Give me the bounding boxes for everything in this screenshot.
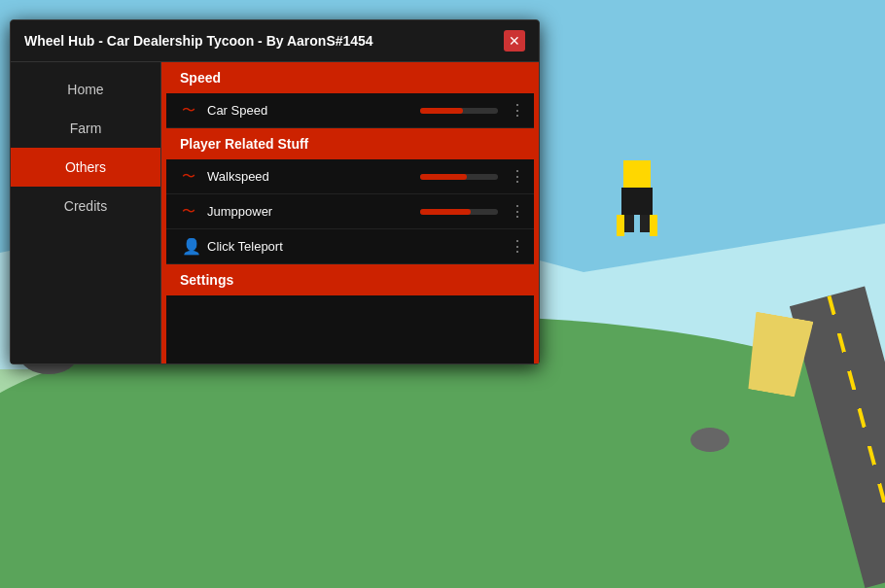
sidebar-item-home[interactable]: Home bbox=[11, 70, 160, 109]
jumppower-row: 〜 Jumppower ⋮ bbox=[166, 194, 539, 229]
chart-icon-car-speed: 〜 bbox=[182, 102, 199, 120]
char-head bbox=[623, 160, 651, 188]
jumppower-slider-fill bbox=[420, 209, 471, 215]
jumppower-menu[interactable]: ⋮ bbox=[506, 202, 529, 221]
car-speed-row: 〜 Car Speed ⋮ bbox=[166, 93, 539, 128]
car-speed-label: Car Speed bbox=[207, 103, 420, 118]
char-arm-left bbox=[617, 215, 624, 236]
settings-section-header: Settings bbox=[166, 264, 539, 295]
car-speed-menu[interactable]: ⋮ bbox=[506, 101, 529, 120]
sidebar-item-farm[interactable]: Farm bbox=[11, 109, 160, 148]
click-teleport-label: Click Teleport bbox=[207, 239, 506, 254]
ui-window: Wheel Hub - Car Dealership Tycoon - By A… bbox=[10, 19, 540, 364]
title-bar: Wheel Hub - Car Dealership Tycoon - By A… bbox=[11, 20, 539, 62]
jumppower-label: Jumppower bbox=[207, 204, 420, 219]
roblox-character bbox=[613, 160, 661, 228]
walkspeed-row: 〜 Walkspeed ⋮ bbox=[166, 159, 539, 194]
click-teleport-menu[interactable]: ⋮ bbox=[506, 237, 529, 256]
jumppower-slider[interactable] bbox=[420, 209, 498, 215]
speed-section-header: Speed bbox=[166, 62, 539, 93]
car-speed-slider[interactable] bbox=[420, 108, 498, 114]
walkspeed-slider-fill bbox=[420, 174, 467, 180]
rock-2 bbox=[690, 428, 729, 452]
walkspeed-slider[interactable] bbox=[420, 174, 498, 180]
char-arm-right bbox=[650, 215, 657, 236]
content-area: Speed 〜 Car Speed ⋮ Player Related Stuff… bbox=[161, 62, 539, 363]
click-teleport-row: 👤 Click Teleport ⋮ bbox=[166, 229, 539, 264]
sidebar: Home Farm Others Credits bbox=[11, 62, 161, 363]
player-related-section-header: Player Related Stuff bbox=[166, 128, 539, 159]
chart-icon-jumppower: 〜 bbox=[182, 203, 199, 221]
walkspeed-label: Walkspeed bbox=[207, 169, 420, 184]
sidebar-item-others[interactable]: Others bbox=[11, 148, 160, 187]
sidebar-item-credits[interactable]: Credits bbox=[11, 187, 160, 225]
scrollbar-accent bbox=[534, 62, 539, 363]
window-body: Home Farm Others Credits Speed 〜 Car Spe… bbox=[11, 62, 539, 363]
char-body bbox=[621, 188, 653, 215]
person-icon-teleport: 👤 bbox=[182, 237, 199, 256]
close-button[interactable]: ✕ bbox=[504, 30, 525, 52]
chart-icon-walkspeed: 〜 bbox=[182, 168, 199, 186]
walkspeed-menu[interactable]: ⋮ bbox=[506, 167, 529, 186]
car-speed-slider-fill bbox=[420, 108, 463, 114]
window-title: Wheel Hub - Car Dealership Tycoon - By A… bbox=[24, 33, 373, 49]
